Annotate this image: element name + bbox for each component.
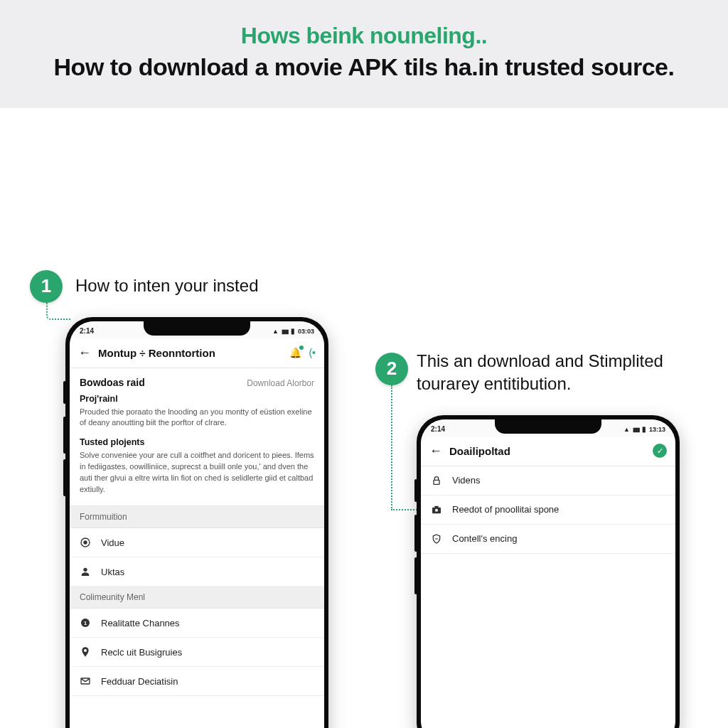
target-icon — [80, 537, 91, 548]
card-subtitle: Proj'rainl — [80, 394, 314, 404]
battery-icon — [642, 425, 646, 433]
step-1-badge: 1 — [30, 270, 63, 303]
step-2-text: This an download and Stimplited tourarey… — [417, 350, 701, 396]
connector-line-1 — [46, 303, 70, 320]
signal-icon — [633, 426, 639, 433]
wifi-icon — [623, 426, 630, 433]
download-link[interactable]: Download Alorbor — [247, 378, 314, 388]
header: Hows beink nouneling.. How to download a… — [0, 0, 728, 108]
svg-point-8 — [435, 508, 438, 511]
card-body: Prouded thie poraato the lnooding an you… — [80, 407, 314, 429]
shield-icon — [431, 533, 442, 545]
phone-mockup-2: 2:14 13:13 ← Doailipoltad ✓ Videns Reedo… — [417, 415, 680, 729]
list-item[interactable]: Videns — [421, 466, 675, 496]
header-title: How to download a movie APK tils ha.in t… — [28, 52, 700, 82]
bell-icon[interactable]: 🔔 — [289, 347, 301, 358]
wifi-icon — [272, 328, 279, 335]
svg-text:1: 1 — [84, 620, 87, 626]
app-bar: ← Montup ÷ Reonntortion 🔔 (• — [70, 338, 324, 368]
status-right-text: 03:03 — [298, 328, 314, 335]
status-icons: 13:13 — [623, 425, 665, 433]
status-time: 2:14 — [80, 327, 94, 335]
list-item[interactable]: Uktas — [70, 557, 324, 587]
card-subtitle-2: Tusted plojents — [80, 437, 314, 447]
list-item[interactable]: Contell's encing — [421, 525, 675, 554]
status-time: 2:14 — [431, 425, 445, 433]
step-2-badge: 2 — [375, 353, 408, 385]
phone-icon[interactable]: (• — [309, 347, 316, 358]
list-item-label: Reclc uit Busigruies — [101, 647, 182, 658]
status-icons: 03:03 — [272, 327, 314, 335]
svg-point-2 — [83, 568, 87, 572]
connector-line-2a — [391, 385, 392, 510]
person-icon — [80, 566, 91, 577]
phone-mockup-1: 2:14 03:03 ← Montup ÷ Reonntortion 🔔 (• … — [65, 317, 328, 729]
list-item[interactable]: 1 Realitatte Channes — [70, 609, 324, 638]
connector-line-2b — [391, 509, 419, 510]
card-body-2: Solve conveniee your are cull a coitfhet… — [80, 450, 314, 496]
list-item[interactable]: Fedduar Deciatisin — [70, 667, 324, 696]
list-item-label: Fedduar Deciatisin — [101, 676, 178, 687]
mail-icon — [80, 675, 91, 687]
app-bar-title: Doailipoltad — [449, 445, 646, 457]
list-item[interactable]: Reclc uit Busigruies — [70, 638, 324, 667]
pin-icon — [80, 646, 91, 658]
signal-icon — [282, 328, 288, 335]
list-item[interactable]: Vidue — [70, 528, 324, 557]
list-item-label: Realitatte Channes — [101, 618, 180, 628]
lock-icon — [431, 475, 442, 486]
section-header-2: Colimeunity Menl — [70, 587, 324, 609]
back-icon[interactable]: ← — [429, 444, 442, 459]
status-right-text: 13:13 — [649, 426, 665, 433]
info-card-1: Bowdoas raid Download Alorbor Proj'rainl… — [70, 368, 324, 507]
list-item-label: Contell's encing — [452, 533, 517, 544]
camera-icon — [431, 504, 442, 515]
list-item-label: Uktas — [101, 567, 124, 577]
phone-notch — [495, 419, 601, 434]
list-item-label: Reedot of pnoollitai spone — [452, 504, 559, 515]
back-icon[interactable]: ← — [78, 346, 91, 360]
header-subtitle: Hows beink nouneling.. — [28, 23, 700, 49]
svg-rect-6 — [434, 480, 439, 484]
section-header-1: Formmuition — [70, 506, 324, 528]
battery-icon — [291, 327, 295, 335]
svg-point-1 — [84, 541, 87, 544]
list-item[interactable]: Reedot of pnoollitai spone — [421, 496, 675, 525]
card-title: Bowdoas raid — [80, 377, 145, 388]
list-item-label: Videns — [452, 475, 481, 486]
check-icon[interactable]: ✓ — [653, 444, 667, 458]
step-1-text: How to inten your insted — [75, 276, 258, 296]
phone-notch — [144, 321, 250, 336]
badge1-icon: 1 — [80, 617, 91, 628]
app-bar: ← Doailipoltad ✓ — [421, 437, 675, 466]
app-bar-title: Montup ÷ Reonntortion — [98, 347, 282, 359]
list-item-label: Vidue — [101, 537, 124, 548]
svg-rect-9 — [434, 505, 438, 508]
